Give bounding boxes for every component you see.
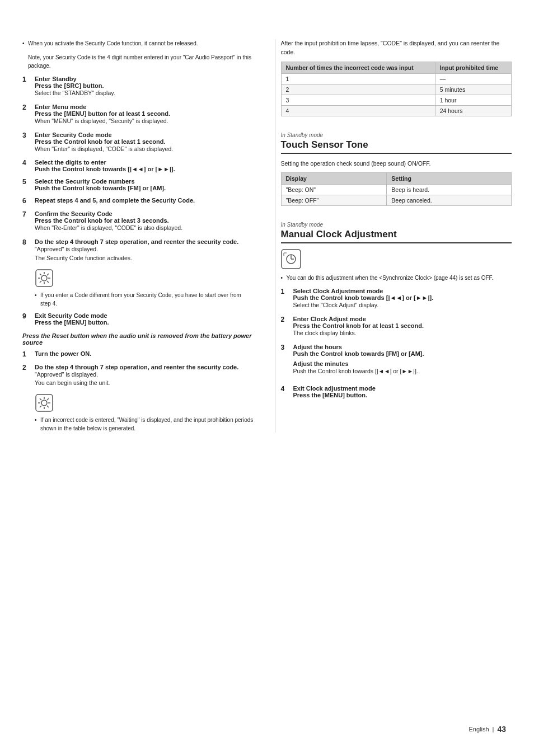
table-cell: 24 hours — [435, 105, 511, 116]
clock-step-3-title: Adjust the hours — [293, 344, 512, 350]
reset-step-1: 1 Turn the power ON. — [22, 350, 254, 358]
clock-step-1-detail: Push the Control knob towards [|◄◄] or [… — [293, 294, 512, 301]
step-2: 2 Enter Menu mode Press the [MENU] butto… — [22, 104, 254, 126]
clock-step-1-body: Select the "Clock Adjust" display. — [293, 301, 512, 310]
clock-mode: In Standby mode — [281, 222, 512, 228]
step-5-title: Select the Security Code numbers — [35, 178, 254, 185]
table-cell: 4 — [281, 105, 435, 116]
touch-sensor-desc: Setting the operation check sound (beep … — [281, 159, 512, 168]
clock-section: In Standby mode Manual Clock Adjustment … — [281, 222, 512, 398]
language-label: English — [469, 726, 489, 732]
clock-step-3: 3 Adjust the hours Push the Control knob… — [281, 344, 512, 379]
page-number: 43 — [497, 725, 506, 734]
svg-line-23 — [47, 406, 49, 407]
table-row: "Beep: OFF" Beep canceled. — [281, 195, 512, 206]
reset-step-2-body: "Approved" is displayed.You can begin us… — [35, 370, 254, 388]
step-7-body: When "Re-Enter" is displayed, "CODE" is … — [35, 224, 254, 233]
clock-step-4-content: Exit Clock adjustment mode Press the [ME… — [293, 385, 512, 398]
clock-step-2-content: Enter Clock Adjust mode Press the Contro… — [293, 316, 512, 338]
table-row: 4 24 hours — [281, 105, 512, 116]
table-cell: 5 minutes — [435, 84, 511, 95]
svg-line-13 — [47, 281, 49, 283]
reset-note: If an incorrect code is entered, "Waitin… — [35, 416, 254, 433]
step-1-num: 1 — [22, 76, 31, 98]
page-footer-text: English | 43 — [469, 725, 506, 734]
table-header-2: Input prohibited time — [435, 62, 511, 73]
table-header-1: Number of times the incorrect code was i… — [281, 62, 435, 73]
svg-point-17 — [41, 400, 47, 406]
clock-step-4-title: Exit Clock adjustment mode — [293, 385, 512, 392]
step-2-num: 2 — [22, 104, 31, 126]
step-5-num: 5 — [22, 178, 31, 191]
step-8-body: "Approved" is displayed.The Security Cod… — [35, 245, 254, 263]
clock-icon — [281, 249, 512, 270]
step-1-title: Enter Standby — [35, 76, 254, 82]
reset-step-2-content: Do the step 4 through 7 step operation, … — [35, 364, 254, 388]
step-3-title: Enter Security Code mode — [35, 132, 254, 138]
step-7-title: Confirm the Security Code — [35, 210, 254, 217]
step-9-title: Exit Security Code mode — [35, 312, 254, 319]
step-3: 3 Enter Security Code mode Press the Con… — [22, 132, 254, 154]
pipe-separator: | — [493, 726, 494, 732]
step-2-detail: Press the [MENU] button for at least 1 s… — [35, 110, 254, 117]
step-1-detail: Press the [SRC] button. — [35, 82, 254, 89]
step-1: 1 Enter Standby Press the [SRC] button. … — [22, 76, 254, 98]
step-8: 8 Do the step 4 through 7 step operation… — [22, 238, 254, 263]
clock-step-3-content: Adjust the hours Push the Control knob t… — [293, 344, 512, 379]
reset-step-2: 2 Do the step 4 through 7 step operation… — [22, 364, 254, 388]
clock-step-3-sub-body: Push the Control knob towards [|◄◄] or [… — [293, 367, 512, 376]
clock-step-2: 2 Enter Clock Adjust mode Press the Cont… — [281, 316, 512, 338]
step-5-detail: Push the Control knob towards [FM] or [A… — [35, 185, 254, 191]
step-5-content: Select the Security Code numbers Push th… — [35, 178, 254, 191]
step-7-detail: Press the Control knob for at least 3 se… — [35, 217, 254, 224]
reset-step-1-content: Turn the power ON. — [35, 350, 254, 358]
reset-step-2-title: Do the step 4 through 7 step operation, … — [35, 364, 254, 370]
clock-step-4-detail: Press the [MENU] button. — [293, 392, 512, 398]
reset-step-1-title: Turn the power ON. — [35, 350, 254, 357]
step-1-content: Enter Standby Press the [SRC] button. Se… — [35, 76, 254, 98]
clock-title: Manual Clock Adjustment — [281, 229, 512, 243]
clock-step-2-num: 2 — [281, 316, 290, 338]
step-3-content: Enter Security Code mode Press the Contr… — [35, 132, 254, 154]
touch-table-header-1: Display — [281, 173, 387, 185]
table-row: 2 5 minutes — [281, 84, 512, 95]
gear-icon-1 — [35, 269, 254, 289]
step-4-content: Select the digits to enter Push the Cont… — [35, 159, 254, 172]
page-footer: English | 43 — [469, 725, 506, 734]
clock-step-2-detail: Press the Control knob for at least 1 se… — [293, 322, 512, 329]
step-6: 6 Repeat steps 4 and 5, and complete the… — [22, 197, 254, 205]
table-cell: 1 hour — [435, 95, 511, 105]
clock-step-1-num: 1 — [281, 288, 290, 310]
clock-step-4-num: 4 — [281, 385, 290, 398]
clock-note: You can do this adjustment when the <Syn… — [281, 274, 512, 282]
step-9-detail: Press the [MENU] button. — [35, 319, 254, 326]
reset-heading: Press the Reset button when the audio un… — [22, 332, 254, 346]
clock-step-2-title: Enter Clock Adjust mode — [293, 316, 512, 322]
table-row: 3 1 hour — [281, 95, 512, 105]
clock-step-1: 1 Select Clock Adjustment mode Push the … — [281, 288, 512, 310]
table-row: "Beep: ON" Beep is heard. — [281, 185, 512, 195]
intro-bullet: When you activate the Security Code func… — [22, 39, 254, 48]
two-column-layout: When you activate the Security Code func… — [22, 39, 512, 433]
step-2-content: Enter Menu mode Press the [MENU] button … — [35, 104, 254, 126]
step-2-title: Enter Menu mode — [35, 104, 254, 110]
right-column: After the input prohibition time lapses,… — [275, 39, 512, 433]
table-cell: "Beep: ON" — [281, 185, 387, 195]
clock-step-3-num: 3 — [281, 344, 290, 379]
step-6-title: Repeat steps 4 and 5, and complete the S… — [35, 197, 254, 204]
step-6-num: 6 — [22, 197, 31, 205]
step-1-body: Select the "STANDBY" display. — [35, 89, 254, 98]
step-3-detail: Press the Control knob for at least 1 se… — [35, 138, 254, 145]
clock-step-3-substep: Adjust the minutes Push the Control knob… — [293, 360, 512, 376]
step-2-body: When "MENU" is displayed, "Security" is … — [35, 117, 254, 126]
clock-step-4: 4 Exit Clock adjustment mode Press the [… — [281, 385, 512, 398]
table-intro: After the input prohibition time lapses,… — [281, 39, 512, 57]
clock-step-1-title: Select Clock Adjustment mode — [293, 288, 512, 294]
step-5: 5 Select the Security Code numbers Push … — [22, 178, 254, 191]
svg-line-12 — [40, 274, 41, 275]
table-cell: 3 — [281, 95, 435, 105]
left-column: When you activate the Security Code func… — [22, 39, 259, 433]
svg-line-22 — [40, 398, 41, 400]
step-4-detail: Push the Control knob towards [|◄◄] or [… — [35, 166, 254, 172]
svg-line-24 — [47, 398, 49, 400]
